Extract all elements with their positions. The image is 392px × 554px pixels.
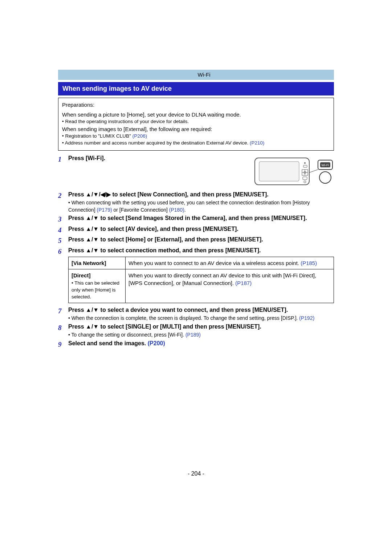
- svg-rect-1: [259, 162, 299, 181]
- link-p189[interactable]: (P189): [185, 332, 201, 338]
- prep-label: Preparations:: [62, 101, 330, 109]
- table-row: [Direct] • This can be selected only whe…: [69, 269, 334, 303]
- link-p185[interactable]: (P185): [301, 260, 317, 266]
- step-2: 2 Press ▲/▼/◀/▶ to select [New Connectio…: [58, 191, 334, 214]
- step-8: 8 Press ▲/▼ to select [SINGLE] or [MULTI…: [58, 323, 334, 339]
- step-num: 8: [58, 323, 68, 339]
- prep-line5: • Address number and access number acqui…: [62, 140, 330, 147]
- via-network-desc: When you want to connect to an AV device…: [128, 260, 301, 266]
- camera-icon: Wi-Fi: [254, 156, 334, 187]
- svg-rect-3: [303, 165, 307, 167]
- svg-point-2: [304, 162, 306, 164]
- preparations-box: Preparations: When sending a picture to …: [58, 98, 334, 151]
- manual-page: Wi-Fi When sending images to AV device P…: [58, 70, 334, 350]
- svg-line-13: [310, 170, 318, 172]
- opt-direct-note: • This can be selected only when [Home] …: [72, 280, 122, 301]
- step-3: 3 Press ▲/▼ to select [Send Images Store…: [58, 214, 334, 224]
- section-heading: When sending images to AV device: [58, 82, 334, 95]
- table-row: [Via Network] When you want to connect t…: [69, 257, 334, 269]
- prep-line4: • Registration to "LUMIX CLUB" (P206): [62, 133, 330, 140]
- table-cell: When you want to connect to an AV device…: [126, 257, 334, 269]
- direct-desc: When you want to directly connect an AV …: [128, 272, 316, 286]
- svg-point-9: [304, 181, 306, 183]
- step-4: 4 Press ▲/▼ to select [AV device], and t…: [58, 225, 334, 235]
- prep-line2: • Read the operating instructions of you…: [62, 118, 330, 125]
- link-p180[interactable]: (P180): [169, 207, 184, 213]
- link-p206[interactable]: (P206): [132, 133, 147, 139]
- step-num: 6: [58, 247, 68, 305]
- step-7-note: • When the connection is complete, the s…: [68, 315, 334, 322]
- step-7: 7 Press ▲/▼ to select a device you want …: [58, 306, 334, 322]
- step-9: 9 Select and send the images. (P200): [58, 339, 334, 350]
- step-num: 3: [58, 214, 68, 224]
- prep-line3: When sending images to [External], the f…: [62, 125, 330, 133]
- header-label: Wi-Fi: [74, 70, 334, 80]
- step-8-note-text: • To change the setting or disconnect, p…: [68, 332, 185, 338]
- prep-line1: When sending a picture to [Home], set yo…: [62, 111, 330, 118]
- svg-rect-8: [303, 177, 307, 180]
- step-1-text: Press [Wi-Fi].: [68, 155, 105, 161]
- step-8-text: Press ▲/▼ to select [SINGLE] or [MULTI] …: [68, 323, 261, 330]
- step-3-text: Press ▲/▼ to select [Send Images Stored …: [68, 215, 307, 221]
- step-6: 6 Press ▲/▼ to select connection method,…: [58, 247, 334, 305]
- link-p179[interactable]: (P179): [97, 207, 112, 213]
- prep-line5-text: • Address number and access number acqui…: [62, 140, 250, 146]
- connection-method-table: [Via Network] When you want to connect t…: [68, 257, 334, 303]
- step-num: 5: [58, 236, 68, 246]
- link-p187[interactable]: (P187): [235, 280, 252, 286]
- step-2-note-c: .: [184, 207, 186, 213]
- step-1: 1: [58, 154, 334, 190]
- step-num: 4: [58, 225, 68, 235]
- link-p200[interactable]: (P200): [148, 340, 165, 346]
- step-num: 2: [58, 191, 68, 214]
- step-8-note: • To change the setting or disconnect, p…: [68, 331, 334, 339]
- step-5-text: Press ▲/▼ to select [Home] or [External]…: [68, 236, 263, 243]
- step-7-text: Press ▲/▼ to select a device you want to…: [68, 307, 288, 313]
- step-num: 1: [58, 154, 68, 190]
- nav-prev-area[interactable]: [58, 70, 74, 80]
- step-2-note: • When connecting with the setting you u…: [68, 199, 334, 213]
- step-7-note-text: • When the connection is complete, the s…: [68, 315, 299, 321]
- link-p192[interactable]: (P192): [299, 315, 314, 321]
- step-4-text: Press ▲/▼ to select [AV device], and the…: [68, 226, 238, 232]
- link-p210[interactable]: (P210): [250, 140, 265, 146]
- wifi-badge-text: Wi-Fi: [322, 163, 329, 167]
- steps-list: 1: [58, 154, 334, 350]
- camera-illustration: Wi-Fi: [254, 156, 334, 187]
- step-2-text: Press ▲/▼/◀/▶ to select [New Connection]…: [68, 191, 269, 197]
- opt-direct: [Direct]: [72, 272, 91, 278]
- header-tab-row: Wi-Fi: [58, 70, 334, 80]
- page-number: - 204 -: [58, 471, 334, 477]
- step-num: 9: [58, 339, 68, 350]
- step-5: 5 Press ▲/▼ to select [Home] or [Externa…: [58, 236, 334, 246]
- table-cell: When you want to directly connect an AV …: [126, 269, 334, 303]
- step-6-text: Press ▲/▼ to select connection method, a…: [68, 247, 261, 253]
- step-9-text: Select and send the images.: [68, 340, 148, 346]
- prep-line4-text: • Registration to "LUMIX CLUB": [62, 133, 132, 139]
- step-num: 7: [58, 306, 68, 322]
- opt-via-network: [Via Network]: [72, 260, 106, 266]
- step-2-note-b: or [Favorite Connection]: [112, 207, 169, 213]
- svg-point-12: [319, 172, 331, 183]
